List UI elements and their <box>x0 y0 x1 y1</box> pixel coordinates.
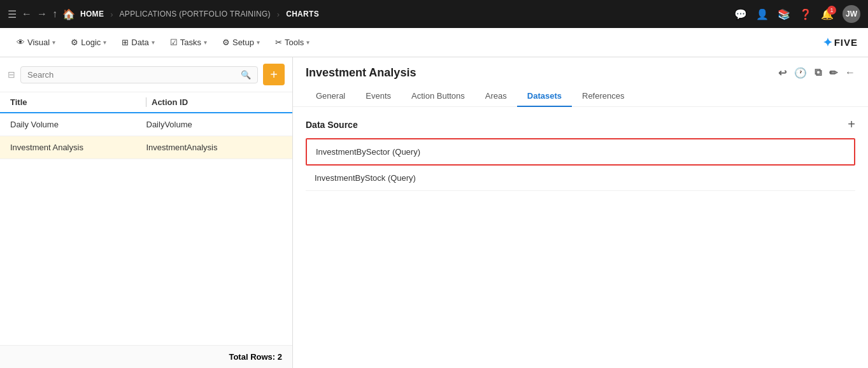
tab-areas[interactable]: Areas <box>475 86 517 107</box>
col-header-title: Title <box>10 97 141 107</box>
right-title-row: Investment Analysis ↩ 🕐 ⧉ ✏ ← <box>306 66 855 80</box>
search-input-wrap[interactable]: 🔍 <box>20 66 258 83</box>
visual-chevron: ▾ <box>52 39 55 46</box>
breadcrumb-sep2: › <box>277 10 280 19</box>
tab-datasets[interactable]: Datasets <box>517 86 572 107</box>
history-icon[interactable]: 🕐 <box>794 67 807 79</box>
tools-label: Tools <box>285 38 304 47</box>
home-link[interactable]: HOME <box>80 10 104 18</box>
right-panel: Investment Analysis ↩ 🕐 ⧉ ✏ ← General Ev… <box>293 57 868 368</box>
help-icon[interactable]: ❓ <box>799 8 812 20</box>
tabs: General Events Action Buttons Areas Data… <box>306 86 855 106</box>
top-bar-left: ☰ ← → ↑ 🏠 HOME › APPLICATIONS (PORTFOLIO… <box>8 8 729 20</box>
nav-setup[interactable]: ⚙ Setup ▾ <box>216 34 266 51</box>
menu-icon[interactable]: ☰ <box>8 8 17 20</box>
tasks-chevron: ▾ <box>204 39 207 46</box>
table-rows: Daily Volume DailyVolume Investment Anal… <box>0 113 292 345</box>
tools-chevron: ▾ <box>306 39 309 46</box>
table-header: Title Action ID <box>0 92 292 113</box>
setup-chevron: ▾ <box>257 39 260 46</box>
nav-tasks[interactable]: ☑ Tasks ▾ <box>164 34 213 51</box>
setup-icon: ⚙ <box>222 38 230 47</box>
nav-tools[interactable]: ✂ Tools ▾ <box>269 34 316 51</box>
copy-icon[interactable]: ⧉ <box>815 67 822 79</box>
back-arrow-icon[interactable]: ← <box>845 67 855 79</box>
top-bar-right: 💬 👤 📚 ❓ 🔔 1 JW <box>734 5 860 23</box>
logic-icon: ⚙ <box>71 38 78 47</box>
table-row[interactable]: Daily Volume DailyVolume <box>0 113 292 136</box>
dataset-item[interactable]: InvestmentByStock (Query) <box>306 166 855 191</box>
breadcrumb-app[interactable]: APPLICATIONS (PORTFOLIO TRAINING) <box>120 10 271 18</box>
five-logo-icon: ✦ <box>823 36 832 50</box>
dataset-item[interactable]: InvestmentBySector (Query) <box>306 138 855 166</box>
dataset-label: InvestmentByStock (Query) <box>315 173 416 183</box>
five-logo: ✦ FIVE <box>823 36 858 50</box>
left-panel: ⊟ 🔍 + Title Action ID Daily Volume Daily… <box>0 57 293 368</box>
col-divider <box>146 97 146 107</box>
tab-events[interactable]: Events <box>355 86 401 107</box>
up-icon[interactable]: ↑ <box>52 8 57 20</box>
page-title: Investment Analysis <box>306 66 416 80</box>
row-action: InvestmentAnalysis <box>146 143 283 152</box>
nav-logic[interactable]: ⚙ Logic ▾ <box>64 34 113 51</box>
datasource-add-button[interactable]: + <box>848 117 855 132</box>
top-bar: ☰ ← → ↑ 🏠 HOME › APPLICATIONS (PORTFOLIO… <box>0 0 868 28</box>
dataset-label: InvestmentBySector (Query) <box>316 147 420 157</box>
data-chevron: ▾ <box>152 39 155 46</box>
notification-bell[interactable]: 🔔 1 <box>821 8 834 20</box>
add-button[interactable]: + <box>263 64 285 85</box>
filter-icon: ⊟ <box>8 69 15 80</box>
right-header: Investment Analysis ↩ 🕐 ⧉ ✏ ← General Ev… <box>293 57 868 107</box>
nav-data[interactable]: ⊞ Data ▾ <box>115 34 160 51</box>
breadcrumb-charts[interactable]: CHARTS <box>286 10 319 18</box>
back-icon[interactable]: ← <box>22 8 32 20</box>
logic-label: Logic <box>81 38 101 47</box>
breadcrumb-sep1: › <box>110 10 113 19</box>
setup-label: Setup <box>232 38 254 47</box>
search-bar: ⊟ 🔍 + <box>0 57 292 92</box>
users-icon[interactable]: 👤 <box>756 8 769 20</box>
tasks-label: Tasks <box>180 38 201 47</box>
visual-icon: 👁 <box>17 38 25 47</box>
tasks-icon: ☑ <box>170 38 178 47</box>
data-label: Data <box>131 38 148 47</box>
book-icon[interactable]: 📚 <box>778 8 790 20</box>
edit-icon[interactable]: ✏ <box>829 67 837 79</box>
return-icon[interactable]: ↩ <box>778 67 786 79</box>
nav-visual[interactable]: 👁 Visual ▾ <box>10 34 62 51</box>
row-action: DailyVolume <box>146 120 283 129</box>
tools-icon: ✂ <box>275 38 282 47</box>
data-icon: ⊞ <box>122 38 129 47</box>
table-footer: Total Rows: 2 <box>0 345 292 368</box>
title-actions: ↩ 🕐 ⧉ ✏ ← <box>778 67 855 79</box>
search-icon: 🔍 <box>241 70 251 80</box>
datasource-label: Data Source <box>306 120 358 130</box>
logic-chevron: ▾ <box>103 39 106 46</box>
tab-general[interactable]: General <box>306 86 355 107</box>
forward-icon[interactable]: → <box>37 8 47 20</box>
notification-count: 1 <box>827 6 836 15</box>
dataset-list: InvestmentBySector (Query) InvestmentByS… <box>306 138 855 191</box>
tab-references[interactable]: References <box>572 86 634 107</box>
five-logo-text: FIVE <box>834 37 858 48</box>
content-area: Data Source + InvestmentBySector (Query)… <box>293 107 868 368</box>
main-layout: ⊟ 🔍 + Title Action ID Daily Volume Daily… <box>0 57 868 368</box>
datasource-header: Data Source + <box>306 117 855 132</box>
visual-label: Visual <box>27 38 50 47</box>
chat-icon[interactable]: 💬 <box>734 8 747 20</box>
secondary-nav: 👁 Visual ▾ ⚙ Logic ▾ ⊞ Data ▾ ☑ Tasks ▾ … <box>0 28 868 57</box>
avatar[interactable]: JW <box>843 5 860 23</box>
row-title: Investment Analysis <box>10 143 146 152</box>
tab-action-buttons[interactable]: Action Buttons <box>401 86 475 107</box>
col-header-action: Action ID <box>152 97 282 107</box>
table-row[interactable]: Investment Analysis InvestmentAnalysis <box>0 136 292 159</box>
row-title: Daily Volume <box>10 120 146 129</box>
search-input[interactable] <box>27 70 241 80</box>
